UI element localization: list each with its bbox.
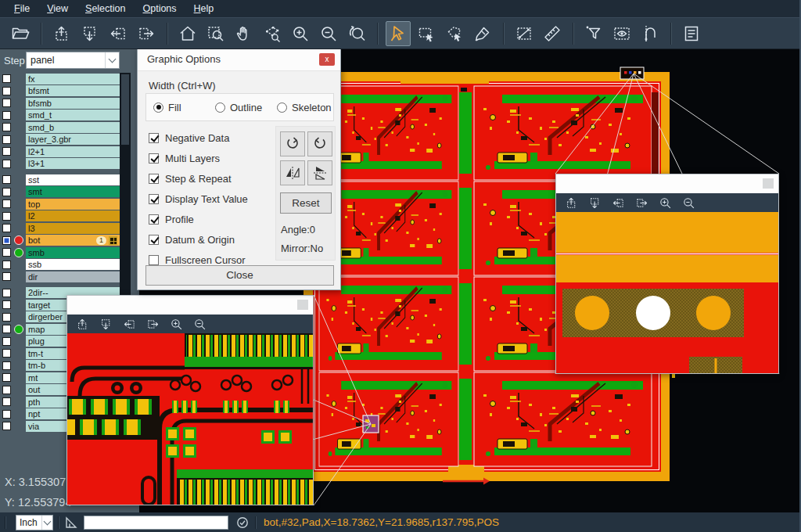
layer-visibility-checkbox[interactable] [2,410,11,419]
pan-left-icon[interactable] [609,194,627,211]
layer-visibility-checkbox[interactable] [2,261,11,269]
brush-icon[interactable] [470,21,495,46]
layer-visibility-checkbox[interactable] [2,99,11,107]
layer-color-bar[interactable]: l3+1 [26,158,120,169]
home-icon[interactable] [175,21,200,46]
pan-right-icon[interactable] [144,315,161,332]
checkbox-icon[interactable] [149,194,159,204]
layer-color-bar[interactable]: top [26,199,120,210]
layer-color-bar[interactable]: smb [26,247,120,258]
zoom-out-icon[interactable] [316,21,341,46]
poly-select-icon[interactable] [442,21,467,46]
radio-skeleton[interactable]: Skeleton [277,102,332,113]
layer-color-bar[interactable]: dir [26,271,120,282]
layer-color-bar[interactable]: ssb [26,259,120,270]
menu-item-selection[interactable]: Selection [77,2,133,16]
report-icon[interactable] [679,21,704,46]
pan-up-icon[interactable] [562,194,580,211]
folder-open-icon[interactable] [8,21,33,46]
layer-visibility-checkbox[interactable] [2,325,11,333]
layer-visibility-checkbox[interactable] [2,300,11,309]
step-select[interactable]: panel [26,52,120,69]
layer-row-layer_3.gbr[interactable]: layer_3.gbr [0,134,139,146]
pan-hand-icon[interactable] [232,21,257,46]
layer-color-bar[interactable]: l3 [26,223,120,234]
checkbox-profile[interactable]: Profile [149,209,248,229]
zoom-in-icon[interactable] [656,194,673,211]
radio-icon[interactable] [153,102,163,113]
view-area-icon[interactable] [609,21,634,46]
layer-visibility-checkbox[interactable] [2,135,11,144]
layer-row-dir[interactable]: dir [0,271,139,283]
zoom-in-icon[interactable] [288,21,313,46]
reset-button[interactable]: Reset [280,192,332,214]
rect-select-icon[interactable] [414,21,439,46]
unit-select[interactable]: Inch [16,515,53,530]
select-arrow-icon[interactable] [386,21,411,46]
layer-color-bar[interactable]: smd_t [26,110,120,120]
magnifier-window-right[interactable] [555,174,779,374]
zoom-out-icon[interactable] [680,194,697,211]
layer-row-smd_b[interactable]: smd_b [0,121,139,134]
menu-item-file[interactable]: File [6,2,38,16]
magnifier-window-left[interactable] [66,295,314,505]
rotate-ccw-button[interactable] [307,131,332,156]
pan-right-icon[interactable] [633,194,650,211]
ruler-icon[interactable] [540,21,565,46]
layer-row-l3[interactable]: l3 [0,222,139,235]
close-button[interactable]: Close [145,265,334,286]
layer-row-sst[interactable]: sst [0,174,139,186]
radio-icon[interactable] [215,102,225,113]
menu-item-options[interactable]: Options [135,2,184,16]
menu-item-help[interactable]: Help [186,2,222,16]
layer-row-smd_t[interactable]: smd_t [0,110,139,122]
net-trace-icon[interactable] [638,21,663,46]
checkbox-icon[interactable] [149,174,159,184]
checkbox-icon[interactable] [149,235,159,245]
layer-visibility-checkbox[interactable] [2,200,11,208]
layer-visibility-checkbox[interactable] [2,373,11,382]
pan-down-icon[interactable] [586,194,603,211]
layer-visibility-checkbox[interactable] [2,74,11,83]
mirror-vertical-button[interactable] [307,160,332,185]
layer-row-l3+1[interactable]: l3+1 [0,158,139,171]
radio-icon[interactable] [277,102,287,113]
menu-item-view[interactable]: View [39,2,76,16]
checkbox-datum-origin[interactable]: Datum & Origin [149,229,248,250]
layer-visibility-checkbox[interactable] [2,361,11,370]
layer-color-bar[interactable]: smd_b [26,122,120,133]
checkbox-icon[interactable] [149,153,159,164]
pan-up-icon[interactable] [49,21,74,46]
checkbox-display-text-value[interactable]: Display Text Value [149,189,248,209]
layer-visibility-checkbox[interactable] [2,422,11,430]
layer-visibility-checkbox[interactable] [2,147,11,156]
chevron-down-icon[interactable] [41,516,52,530]
layer-visibility-checkbox[interactable] [2,272,11,281]
layer-visibility-checkbox[interactable] [2,337,11,346]
radio-fill[interactable]: Fill [153,102,208,113]
layer-row-smt[interactable]: smt [0,186,139,199]
layer-color-bar[interactable]: l2+1 [26,146,120,157]
layer-visibility-checkbox[interactable] [2,188,11,196]
zoom-window-icon[interactable] [203,21,228,46]
pan-down-icon[interactable] [97,315,114,332]
pan-right-icon[interactable] [134,21,159,46]
magnifier-left-titlebar[interactable] [67,296,313,315]
layer-color-bar[interactable]: fx [26,74,120,84]
chevron-down-icon[interactable] [105,52,119,68]
radio-outline[interactable]: Outline [215,102,270,113]
mirror-horizontal-button[interactable] [280,160,305,185]
layer-visibility-checkbox[interactable] [2,397,11,406]
snap-angle-icon[interactable] [63,515,79,530]
magnifier-right-titlebar[interactable] [556,174,778,193]
layer-row-smb[interactable]: smb [0,246,139,259]
layer-visibility-checkbox[interactable] [2,224,11,232]
rotate-cw-button[interactable] [280,131,305,156]
checkbox-icon[interactable] [149,214,159,225]
window-button[interactable] [763,178,774,189]
layer-row-ssb[interactable]: ssb [0,259,139,271]
layer-row-bot[interactable]: bot1 [0,235,139,247]
checkbox-multi-layers[interactable]: Multi Layers [149,148,248,168]
window-button[interactable] [297,300,308,310]
command-input[interactable] [84,516,228,530]
